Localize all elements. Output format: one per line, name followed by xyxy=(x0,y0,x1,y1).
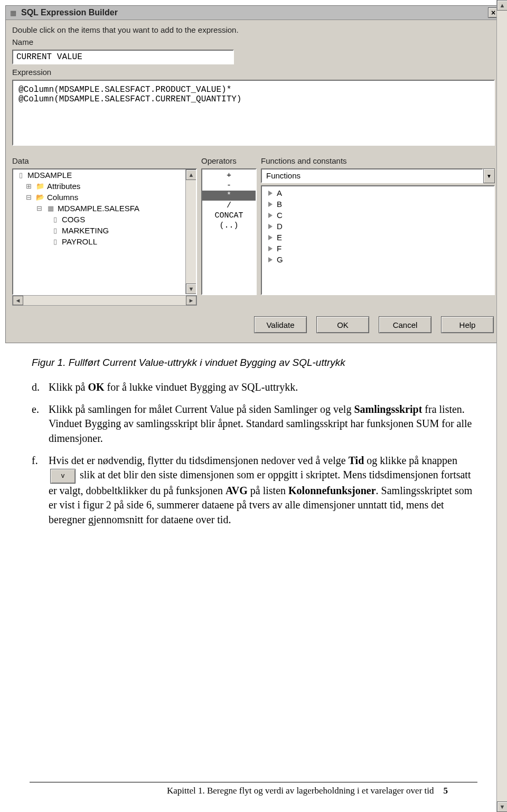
column-icon: ▯ xyxy=(50,215,60,224)
op-multiply[interactable]: * xyxy=(202,191,256,201)
ok-button[interactable]: OK xyxy=(316,316,369,333)
folder-closed-icon: 📁 xyxy=(35,182,45,191)
step-e: e. Klikk på samlingen for målet Current … xyxy=(32,402,475,446)
column-icon: ▯ xyxy=(50,226,60,235)
folder-open-icon: 📂 xyxy=(35,193,45,202)
chevron-down-icon[interactable]: ▼ xyxy=(483,168,495,183)
titlebar[interactable]: ▦ SQL Expression Builder × xyxy=(6,6,501,20)
data-scroll-v[interactable]: ▲▼ xyxy=(185,169,196,294)
page-number: 5 xyxy=(444,786,448,796)
bold-samlingsskript: Samlingsskript xyxy=(354,403,422,415)
column-icon: ▯ xyxy=(50,238,60,246)
triangle-icon xyxy=(268,202,273,207)
instruction-text: Double click on the items that you want … xyxy=(12,25,495,34)
triangle-icon xyxy=(268,246,273,251)
page-footer: Kapittel 1. Beregne flyt og verdi av lag… xyxy=(30,782,477,796)
fn-f[interactable]: F xyxy=(262,243,494,254)
step-marker: d. xyxy=(32,380,49,395)
op-parens[interactable]: (..) xyxy=(202,221,256,231)
op-minus[interactable]: - xyxy=(202,181,256,191)
bold-ok: OK xyxy=(88,381,104,393)
op-divide[interactable]: / xyxy=(202,201,256,211)
move-down-button-icon: v xyxy=(50,469,76,484)
document-body: Figur 1. Fullført Current Value-uttrykk … xyxy=(0,343,507,527)
expr-line1: @Column(MDSAMPLE.SALESFACT.PRODUCT_VALUE… xyxy=(18,85,231,95)
expression-label: Expression xyxy=(12,68,495,77)
triangle-icon xyxy=(268,191,273,196)
fn-scroll-v[interactable]: ▲▼ xyxy=(496,0,507,812)
tree-node-marketing[interactable]: ▯MARKETING xyxy=(13,225,196,236)
step-d: d. Klikk på OK for å lukke vinduet Byggi… xyxy=(32,380,475,395)
expression-input[interactable]: @Column(MDSAMPLE.SALESFACT.PRODUCT_VALUE… xyxy=(12,80,495,146)
step-f: f. Hvis det er nødvendig, flytter du tid… xyxy=(32,454,475,527)
op-plus[interactable]: + xyxy=(202,171,256,181)
scroll-up-icon[interactable]: ▲ xyxy=(497,0,507,11)
tree-node-salesfact[interactable]: ⊟▦MDSAMPLE.SALESFA xyxy=(13,203,196,214)
scroll-left-icon[interactable]: ◄ xyxy=(13,296,23,305)
tree-node-columns[interactable]: ⊟📂Columns xyxy=(13,192,196,203)
scroll-up-icon[interactable]: ▲ xyxy=(186,169,196,180)
fn-d[interactable]: D xyxy=(262,221,494,232)
fn-g[interactable]: G xyxy=(262,254,494,265)
bold-avg: AVG xyxy=(226,485,248,496)
footer-chapter: Kapittel 1. Beregne flyt og verdi av lag… xyxy=(167,786,434,796)
triangle-icon xyxy=(268,257,273,262)
functions-combo-text[interactable]: Functions xyxy=(261,168,483,183)
cancel-button[interactable]: Cancel xyxy=(379,316,431,333)
scroll-down-icon[interactable]: ▼ xyxy=(186,284,196,294)
db-icon: ▯ xyxy=(16,171,25,180)
step-marker: f. xyxy=(32,454,49,527)
name-label: Name xyxy=(12,37,495,46)
app-icon: ▦ xyxy=(8,8,18,17)
tree-node-payroll[interactable]: ▯PAYROLL xyxy=(13,236,196,247)
figure-caption: Figur 1. Fullført Current Value-uttrykk … xyxy=(32,356,475,370)
fn-c[interactable]: C xyxy=(262,210,494,221)
tree-node-attributes[interactable]: ⊞📁Attributes xyxy=(13,181,196,192)
step-marker: e. xyxy=(32,402,49,446)
scroll-right-icon[interactable]: ► xyxy=(186,296,196,305)
functions-combo[interactable]: Functions ▼ xyxy=(261,168,495,183)
expr-line2: @Column(MDSAMPLE.SALESFACT.CURRENT_QUANT… xyxy=(18,95,241,104)
triangle-icon xyxy=(268,224,273,229)
triangle-icon xyxy=(268,213,273,218)
sql-builder-window: ▦ SQL Expression Builder × Double click … xyxy=(5,5,502,343)
fn-a[interactable]: A xyxy=(262,187,494,199)
scroll-down-icon[interactable]: ▼ xyxy=(497,801,507,812)
button-row: Validate OK Cancel Help xyxy=(8,306,499,341)
fn-e[interactable]: E xyxy=(262,232,494,243)
tree-node-cogs[interactable]: ▯COGS xyxy=(13,214,196,225)
functions-list[interactable]: A B C D E F G ▲▼ xyxy=(261,185,495,295)
operators-list[interactable]: + - * / CONCAT (..) xyxy=(201,168,257,295)
tree-node-mdsample[interactable]: ▯MDSAMPLE xyxy=(13,169,196,181)
help-button[interactable]: Help xyxy=(441,316,494,333)
data-scroll-h[interactable]: ◄► xyxy=(12,295,197,306)
operators-label: Operators xyxy=(201,156,252,165)
data-tree[interactable]: ▯MDSAMPLE ⊞📁Attributes ⊟📂Columns ⊟▦MDSAM… xyxy=(12,168,197,295)
fn-b[interactable]: B xyxy=(262,199,494,210)
bold-tid: Tid xyxy=(349,455,364,466)
bold-kolonnefunksjoner: Kolonnefunksjoner xyxy=(288,485,376,496)
folder-icon: ⊞ xyxy=(24,182,33,191)
collapse-icon: ⊟ xyxy=(34,204,44,213)
collapse-icon: ⊟ xyxy=(24,193,33,202)
name-input[interactable]: CURRENT VALUE xyxy=(12,50,234,64)
validate-button[interactable]: Validate xyxy=(254,316,307,333)
triangle-icon xyxy=(268,235,273,240)
functions-label: Functions and constants xyxy=(261,156,491,165)
op-concat[interactable]: CONCAT xyxy=(202,211,256,221)
data-label: Data xyxy=(12,156,193,165)
window-title: SQL Expression Builder xyxy=(21,8,488,17)
table-icon: ▦ xyxy=(46,204,55,213)
